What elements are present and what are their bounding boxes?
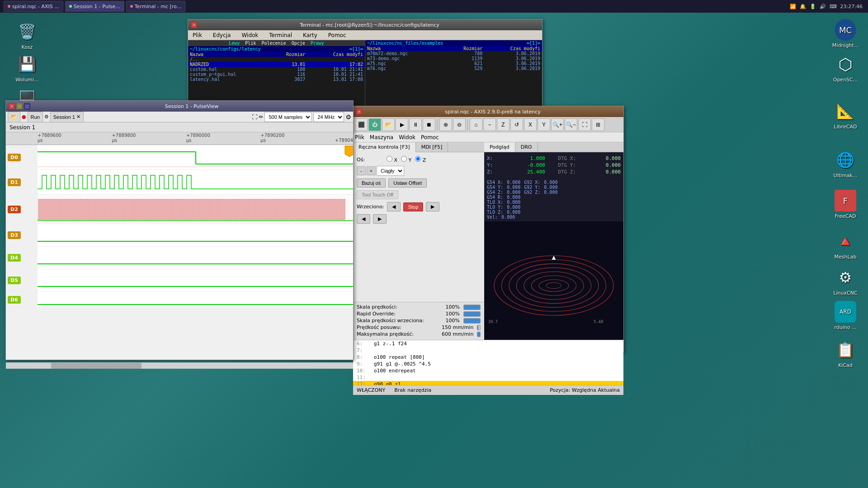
axis-dro-tab-podglad[interactable]: Podgląd [484, 142, 515, 152]
pv-open-button[interactable]: 📂 [8, 112, 20, 122]
axis-x-button[interactable]: X [524, 118, 537, 131]
axis-menu-plik[interactable]: Plik [355, 134, 364, 141]
axis-radio-z[interactable]: Z [415, 156, 426, 163]
desktop-icon-midnight[interactable]: MC Midnight... [827, 19, 863, 48]
taskbar-item-session[interactable]: Session 1 - Pulse... [65, 1, 124, 12]
axis-slider-feed-bar[interactable] [477, 325, 481, 330]
desktop-icon-chromium[interactable]: 🌐 Ultimak... [827, 149, 863, 178]
axis-tabs: Ręczna kontrola [F3] MDI [F5] [353, 142, 484, 152]
axis-radio-y[interactable]: Y [401, 156, 411, 163]
axis-tooltouch-button[interactable]: Tool Touch Off [357, 190, 398, 199]
mc-left-header: Nazwa Rozmiar Czas modyfi [188, 52, 365, 57]
pulseview-max-button[interactable]: □ [24, 103, 30, 109]
axis-slider-max-bar[interactable] [477, 332, 481, 337]
mc-left-row-latency[interactable]: latency.hal 3027 13.01 17:08 [188, 77, 365, 82]
axis-extra-right-button[interactable]: ▶ [373, 214, 387, 224]
mc-left-row-nadrzed[interactable]: NADRZED 13.01 17:02 [188, 62, 365, 67]
axis-menu-pomoc[interactable]: Pomoc [421, 134, 439, 141]
terminal-menu-terminal[interactable]: Terminal [266, 31, 295, 39]
axis-minus-jog-button[interactable]: - [357, 166, 366, 175]
pv-badge-d0: D0 [8, 154, 21, 161]
pv-badge-d4: D4 [8, 254, 21, 262]
taskbar-item-spiral[interactable]: spiral.nqc - AXIS ... [4, 1, 63, 12]
terminal-menu-plik[interactable]: Plik [190, 31, 205, 39]
axis-ustaw-button[interactable]: Ustaw Offset [388, 178, 427, 188]
axis-pause-button[interactable]: ⏸ [409, 118, 422, 131]
terminal-menu-widok[interactable]: Widok [239, 31, 261, 39]
mc-right-row-m76[interactable]: m76.ngc 529 3.06.2019 [365, 66, 542, 71]
axis-z-button[interactable]: Z [497, 118, 509, 131]
axis-minus-button[interactable]: − [483, 118, 496, 131]
pv-scrollbar[interactable] [6, 362, 353, 369]
axis-fit-button[interactable]: ⛶ [578, 118, 591, 131]
axis-jog-group: - + Ciągły [357, 166, 404, 176]
samples-select[interactable]: 500 M samples [264, 112, 312, 122]
axis-open-button[interactable]: 📂 [382, 118, 395, 131]
desktop-icon-libreoffice[interactable]: 📐 LibreCAD [827, 100, 863, 130]
axis-slider-spindle-bar[interactable] [463, 318, 481, 324]
axis-spindle-cw-button[interactable]: ▶ [426, 202, 439, 211]
mc-left-row-custom-p[interactable]: custom_p~tgui.hal 116 10.01 21:41 [188, 72, 365, 77]
desktop-icon-linuxcnc[interactable]: ⚙️ LinuxCNC [827, 267, 863, 296]
pulseview-close-button[interactable]: ✕ [9, 103, 15, 109]
axis-menu-widok[interactable]: Widok [399, 134, 415, 141]
terminal-close-button[interactable]: ✕ [191, 22, 197, 28]
axis-power-button[interactable]: ⏻ [368, 118, 381, 131]
axis-close-button[interactable]: ✕ [356, 108, 362, 115]
taskbar-item-terminal[interactable]: Terminal - mc [ro... [126, 1, 185, 12]
axis-slider-rapid-bar[interactable] [463, 311, 481, 317]
axis-slider-speed-bar[interactable] [463, 305, 481, 310]
pv-scrollbar-thumb[interactable] [51, 363, 142, 369]
axis-zoom-in-button[interactable]: 🔍+ [551, 118, 564, 131]
terminal-menu-karty[interactable]: Karty [300, 31, 320, 39]
axis-tab-manual[interactable]: Ręczna kontrola [F3] [353, 142, 416, 152]
mc-right-row-m70[interactable]: m70m72-demo.ngc 780 3.06.2019 [365, 51, 542, 56]
axis-grid-button[interactable]: ⊞ [592, 118, 604, 131]
axis-radio-x[interactable]: X [387, 156, 397, 163]
axis-menu-maszyna[interactable]: Maszyna [370, 134, 393, 141]
session-close-icon: ✕ [76, 114, 80, 120]
axis-x-label: X [394, 157, 398, 163]
pv-run-button[interactable]: Run [28, 112, 43, 122]
terminal-menu-pomoc[interactable]: Pomoc [326, 31, 349, 39]
axis-touch-button[interactable]: ⊕ [439, 118, 452, 131]
desktop-icon-freecad[interactable]: F FreeCAD [827, 190, 863, 219]
axis-offset-button[interactable]: ⊖ [453, 118, 466, 131]
axis-rot-button[interactable]: ↺ [510, 118, 523, 131]
axis-zoom-out-button[interactable]: 🔍− [565, 118, 577, 131]
mc-left-pane: Lewy Plik Polecenie Opcje Prawy ~/linuxc… [188, 40, 365, 109]
axis-stop-button[interactable]: Stop [403, 202, 424, 211]
linuxcnc-label: LinuxCNC [833, 290, 857, 296]
axis-spindle-ccw-button[interactable]: ◀ [387, 202, 401, 211]
clock: 23:27:46 [840, 4, 863, 9]
axis-home-all-button[interactable]: ⌂ [470, 118, 482, 131]
mc-right-row-m73[interactable]: m73-demo.ngc 1139 3.06.2019 [365, 56, 542, 61]
axis-extra-left-button[interactable]: ◀ [357, 214, 370, 224]
taskbar-left: spiral.nqc - AXIS ... Session 1 - Pulse.… [0, 1, 784, 12]
axis-estop-button[interactable]: ⬛ [355, 118, 368, 131]
axis-y-button[interactable]: Y [538, 118, 550, 131]
axis-tab-mdi[interactable]: MDI [F5] [416, 142, 448, 152]
desktop-icon-arduino[interactable]: ARD rduino ... [827, 301, 863, 330]
axis-dro-tab-dro[interactable]: DRO [515, 142, 538, 152]
axis-run-button[interactable]: ▶ [396, 118, 408, 131]
mc-right-row-m75[interactable]: m75.ngc 621 3.06.2019 [365, 61, 542, 66]
mc-left-row-parent[interactable]: /.. [188, 57, 365, 62]
gcode-code-6: g1 z-.1 f24 [374, 341, 407, 347]
desktop-icon-meshlab[interactable]: 🔺 MeshLab [827, 230, 863, 260]
desktop-icon-wolumi1[interactable]: 💾 Wolumi... [9, 53, 45, 83]
axis-mode-select[interactable]: Ciągły [377, 166, 404, 176]
desktop-icon-openscad[interactable]: ⬡ OpenSC... [827, 53, 863, 83]
axis-plus-jog-button[interactable]: + [367, 166, 376, 175]
axis-dro-z-label: Z: [487, 169, 500, 175]
desktop-icon-kicad[interactable]: 📋 KiCad [827, 339, 863, 368]
terminal-menu-edycja[interactable]: Edycja [210, 31, 234, 39]
axis-stop-button[interactable]: ⏹ [423, 118, 435, 131]
pulseview-min-button[interactable]: ─ [16, 103, 23, 109]
mc-left-row-custom-hal[interactable]: custom.hal 108 10.01 21:41 [188, 67, 365, 72]
desktop-icon-kosz[interactable]: 🗑️ Kosz [9, 21, 45, 50]
rate-select[interactable]: 24 MHz [313, 112, 344, 122]
axis-baz-button[interactable]: Bazuj oś [357, 178, 386, 188]
axis-status-text: WŁĄCZONY [357, 387, 385, 393]
pv-session-btn[interactable]: Session 1 ✕ [50, 112, 84, 122]
